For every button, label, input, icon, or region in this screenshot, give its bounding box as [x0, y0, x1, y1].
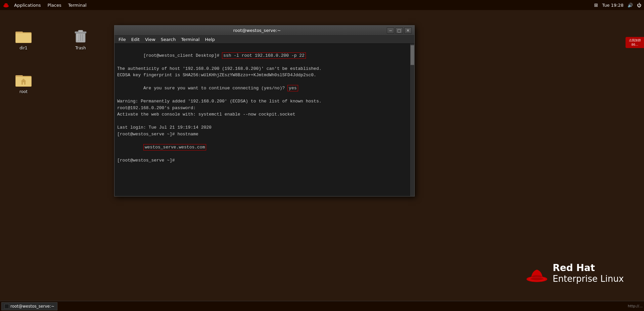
- topbar-terminal[interactable]: Terminal: [65, 1, 90, 9]
- terminal-line-1: [root@westos_client Desktop]# ssh -l roo…: [117, 46, 407, 65]
- terminal-menu-file[interactable]: File: [116, 36, 129, 43]
- terminal-body: [root@westos_client Desktop]# ssh -l roo…: [114, 44, 414, 196]
- topbar-applications[interactable]: Applications: [11, 1, 44, 9]
- home-folder-icon: [15, 71, 32, 88]
- topbar-places[interactable]: Places: [44, 1, 64, 9]
- terminal-scrollbar[interactable]: [410, 44, 414, 196]
- taskbar-terminal-item[interactable]: root@westos_serve:~: [1, 302, 57, 310]
- scroll-thumb[interactable]: [410, 45, 414, 65]
- terminal-line-10: westos_serve.westos.com: [117, 137, 407, 157]
- terminal-menu-search[interactable]: Search: [158, 36, 179, 43]
- redhat-logo-icon: [3, 2, 9, 8]
- desktop-icon-trash[interactable]: Trash: [67, 27, 94, 50]
- topbar-grid-icon: ⊞: [594, 2, 598, 8]
- folder-icon: [15, 27, 32, 44]
- terminal-titlebar: root@westos_serve:~ − □ ✕: [114, 26, 414, 36]
- taskbar-right: http://...: [628, 304, 643, 308]
- terminal-line-3: ECDSA key fingerprint is SHA256:wUlKHhjZ…: [117, 72, 407, 79]
- terminal-menu-edit[interactable]: Edit: [129, 36, 142, 43]
- terminal-line-8: Last login: Tue Jul 21 19:19:14 2020: [117, 124, 407, 131]
- yesno-answer: yes: [287, 85, 298, 91]
- terminal-line-6: root@192.168.0.200's password:: [117, 105, 407, 112]
- terminal-line-2: The authenticity of host '192.168.0.200 …: [117, 65, 407, 72]
- svg-rect-4: [16, 33, 31, 43]
- terminal-menu-terminal[interactable]: Terminal: [178, 36, 202, 43]
- taskbar-terminal-icon: [4, 304, 9, 309]
- ssh-command: ssh -l root 192.168.0.200 -p 22: [222, 52, 306, 59]
- topbar-left: Applications Places Terminal: [3, 1, 90, 9]
- terminal-menu-help[interactable]: Help: [202, 36, 218, 43]
- terminal-blank-1: [117, 118, 407, 125]
- redhat-hat-icon: [525, 263, 549, 283]
- desktop-icon-dir1[interactable]: dir1: [10, 27, 37, 50]
- trash-icon: [72, 27, 89, 44]
- redhat-line1: Red Hat: [553, 262, 624, 274]
- svg-rect-11: [77, 34, 79, 40]
- terminal-content[interactable]: [root@westos_client Desktop]# ssh -l roo…: [114, 44, 410, 196]
- yesno-prompt: Are you sure you want to continue connec…: [143, 86, 287, 91]
- terminal-line-4: Are you sure you want to continue connec…: [117, 79, 407, 98]
- redhat-branding: Red Hat Enterprise Linux: [525, 262, 624, 284]
- desktop-icon-root[interactable]: root: [10, 71, 37, 94]
- terminal-menubar: File Edit View Search Terminal Help: [114, 36, 414, 44]
- terminal-line-9: [root@westos_serve ~]# hostname: [117, 131, 407, 138]
- terminal-menu-view[interactable]: View: [142, 36, 158, 43]
- topbar-volume-icon: 🔊: [628, 3, 633, 8]
- side-widget-text: 点我加群86...: [626, 38, 643, 47]
- topbar-power-icon[interactable]: ⏻: [637, 3, 641, 8]
- redhat-text: Red Hat Enterprise Linux: [553, 262, 624, 284]
- terminal-line-7: Activate the web console with: systemctl…: [117, 111, 407, 118]
- desktop-icon-root-label: root: [19, 89, 28, 94]
- hostname-output: westos_serve.westos.com: [143, 144, 206, 150]
- svg-rect-7: [78, 30, 83, 32]
- side-widget[interactable]: 点我加群86...: [626, 37, 644, 48]
- taskbar: root@westos_serve:~ http://...: [0, 301, 644, 311]
- desktop-icon-trash-label: Trash: [75, 46, 86, 50]
- redhat-line2: Enterprise Linux: [553, 274, 624, 284]
- close-button[interactable]: ✕: [404, 28, 412, 34]
- taskbar-terminal-label: root@westos_serve:~: [10, 304, 54, 309]
- desktop-icon-dir1-label: dir1: [19, 46, 28, 50]
- desktop: dir1 Trash: [0, 10, 644, 301]
- prompt-1: [root@westos_client Desktop]#: [143, 53, 222, 58]
- minimize-button[interactable]: −: [387, 28, 394, 34]
- terminal-title-buttons: − □ ✕: [387, 28, 412, 34]
- terminal-window: root@westos_serve:~ − □ ✕ File Edit View…: [114, 25, 415, 196]
- svg-point-0: [3, 5, 9, 7]
- topbar-right: ⊞ Tue 19:28 🔊 ⏻: [594, 2, 641, 8]
- maximize-button[interactable]: □: [396, 28, 403, 34]
- svg-rect-18: [23, 82, 24, 85]
- topbar: Applications Places Terminal ⊞ Tue 19:28…: [0, 0, 644, 10]
- terminal-title: root@westos_serve:~: [127, 28, 387, 33]
- terminal-line-11: [root@westos_serve ~]#: [117, 157, 407, 164]
- topbar-time: Tue 19:28: [602, 3, 624, 8]
- taskbar-url-text: http://...: [628, 304, 643, 308]
- terminal-line-5: Warning: Permanently added '192.168.0.20…: [117, 98, 407, 105]
